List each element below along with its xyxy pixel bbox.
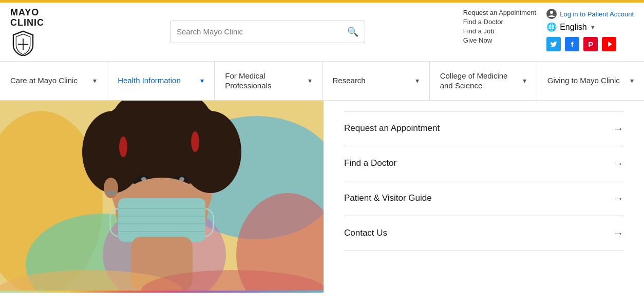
- action-contact-us[interactable]: Contact Us →: [344, 216, 623, 251]
- give-now-link[interactable]: Give Now: [463, 36, 536, 44]
- twitter-icon[interactable]: [546, 37, 561, 51]
- action-find-doctor-label: Find a Doctor: [344, 158, 396, 168]
- search-input[interactable]: [177, 27, 347, 36]
- find-job-link[interactable]: Find a Job: [463, 27, 536, 35]
- action-visitor-guide-label: Patient & Visitor Guide: [344, 193, 432, 203]
- nav-label-giving: Giving to Mayo Clinic: [547, 75, 626, 86]
- nav-chevron-giving-icon: ▾: [630, 76, 634, 85]
- svg-rect-23: [107, 190, 116, 195]
- facebook-icon[interactable]: f: [565, 37, 579, 51]
- request-appointment-link[interactable]: Request an Appointment: [463, 9, 536, 16]
- top-links-right: Log in to Patient Account 🌐 English ▼ f …: [546, 9, 634, 51]
- logo-text: MAYO CLINIC: [10, 8, 44, 28]
- nav-item-research[interactable]: Research ▾: [323, 62, 430, 100]
- action-contact-arrow-icon: →: [613, 227, 623, 239]
- search-box[interactable]: 🔍: [170, 21, 365, 43]
- globe-icon: 🌐: [546, 22, 557, 32]
- site-header: MAYO CLINIC 🔍 Request an Appointment Fin…: [0, 3, 644, 62]
- nav-chevron-health-icon: ▾: [200, 76, 204, 85]
- nav-item-college[interactable]: College of Medicine and Science ▾: [430, 62, 537, 100]
- action-visitor-guide[interactable]: Patient & Visitor Guide →: [344, 181, 623, 216]
- nav-item-care[interactable]: Care at Mayo Clinic ▾: [0, 62, 107, 100]
- action-request-arrow-icon: →: [613, 123, 623, 135]
- action-panel: Request an Appointment → Find a Doctor →…: [324, 101, 644, 293]
- nav-chevron-college-icon: ▾: [523, 76, 526, 85]
- nav-label-professionals: For Medical Professionals: [225, 71, 304, 91]
- search-icon[interactable]: 🔍: [347, 26, 358, 37]
- social-row: f P: [546, 37, 634, 51]
- hero-image: [0, 101, 324, 293]
- search-area: 🔍: [72, 21, 463, 43]
- top-links-row: Request an Appointment Find a Doctor Fin…: [463, 9, 634, 51]
- action-find-doctor-arrow-icon: →: [613, 158, 623, 169]
- action-visitor-guide-arrow-icon: →: [613, 193, 623, 204]
- youtube-icon[interactable]: [602, 37, 616, 51]
- login-link[interactable]: Log in to Patient Account: [560, 10, 634, 18]
- svg-point-2: [550, 11, 553, 14]
- action-contact-label: Contact Us: [344, 228, 387, 238]
- language-row: 🌐 English ▼: [546, 22, 634, 32]
- nav-label-care: Care at Mayo Clinic: [10, 75, 89, 86]
- nav-chevron-professionals-icon: ▾: [308, 76, 312, 85]
- svg-point-22: [104, 178, 118, 198]
- nav-label-health: Health Information: [118, 75, 196, 86]
- header-right: Request an Appointment Find a Doctor Fin…: [463, 9, 634, 54]
- nav-chevron-research-icon: ▾: [415, 76, 419, 85]
- pinterest-icon[interactable]: P: [583, 37, 598, 51]
- nav-item-health[interactable]: Health Information ▾: [107, 62, 215, 100]
- find-doctor-link[interactable]: Find a Doctor: [463, 18, 536, 26]
- language-label: English: [560, 23, 586, 32]
- language-chevron-icon: ▼: [590, 24, 596, 30]
- nav-label-research: Research: [333, 75, 411, 86]
- nav-item-professionals[interactable]: For Medical Professionals ▾: [215, 62, 322, 100]
- svg-rect-25: [118, 198, 205, 242]
- main-nav: Care at Mayo Clinic ▾ Health Information…: [0, 62, 644, 101]
- nav-chevron-care-icon: ▾: [93, 76, 97, 85]
- action-find-doctor[interactable]: Find a Doctor →: [344, 146, 623, 181]
- hero-illustration: [0, 101, 324, 291]
- svg-marker-3: [608, 42, 612, 47]
- nav-item-giving[interactable]: Giving to Mayo Clinic ▾: [537, 62, 644, 100]
- account-icon: [546, 9, 557, 19]
- svg-point-17: [191, 131, 199, 152]
- main-content: Request an Appointment → Find a Doctor →…: [0, 101, 644, 293]
- mayo-clinic-shield-icon: [10, 30, 36, 56]
- action-request-label: Request an Appointment: [344, 123, 440, 133]
- top-links-left: Request an Appointment Find a Doctor Fin…: [463, 9, 536, 51]
- svg-point-16: [119, 137, 127, 157]
- login-row: Log in to Patient Account: [546, 9, 634, 19]
- action-request-appointment[interactable]: Request an Appointment →: [344, 111, 623, 146]
- logo-area[interactable]: MAYO CLINIC: [10, 8, 72, 56]
- nav-label-college: College of Medicine and Science: [440, 71, 519, 91]
